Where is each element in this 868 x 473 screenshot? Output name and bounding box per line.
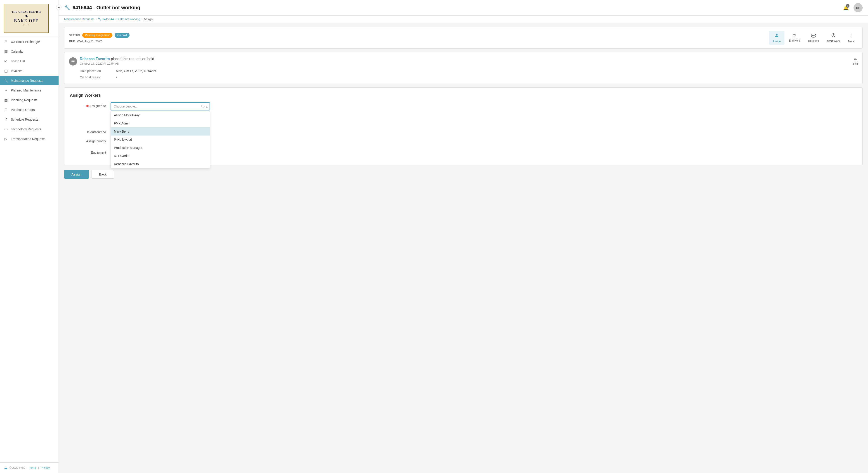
- copyright-text: © 2022 FMX: [9, 466, 25, 469]
- sidebar-item-label: Technology Requests: [11, 127, 41, 131]
- action-respond-label: Respond: [808, 39, 819, 42]
- calendar-icon: ▦: [4, 49, 8, 54]
- bottom-actions: Assign Back: [64, 169, 863, 182]
- user-avatar[interactable]: RF: [854, 3, 863, 12]
- sidebar-item-label: To-Do List: [11, 59, 25, 63]
- breadcrumb-item-2[interactable]: 🔧 6415944 - Outlet not working: [98, 18, 140, 21]
- info-icon: ⓘ: [201, 104, 205, 109]
- sidebar-item-purchase[interactable]: ⊡ Purchase Orders: [0, 105, 59, 114]
- terms-link[interactable]: Terms: [29, 466, 37, 469]
- dropdown-icons: ⓘ ▲: [201, 104, 208, 109]
- truck-icon: ▷: [4, 137, 8, 141]
- hold-user-name: Rebecca Favorito: [80, 57, 110, 61]
- end-hold-icon: ⏱: [792, 33, 796, 38]
- back-button[interactable]: Back: [92, 170, 114, 179]
- page-title: 6415944 - Outlet not working: [72, 5, 141, 11]
- more-icon: ⋮: [848, 33, 854, 39]
- action-start-work-button[interactable]: Start Work: [824, 31, 843, 44]
- sidebar-item-label: Calendar: [11, 50, 24, 53]
- people-dropdown-menu: Allison McGillivray FMX Admin Mary Berry…: [111, 111, 210, 168]
- action-start-work-label: Start Work: [827, 39, 840, 43]
- footer-sep: |: [27, 466, 27, 469]
- sidebar-item-maintenance[interactable]: 🔧 Maintenance Requests: [0, 76, 59, 86]
- dropdown-placeholder: Choose people...: [114, 105, 138, 108]
- sidebar-item-label: Planned Maintenance: [11, 89, 41, 92]
- hold-placed-label: Hold placed on: [80, 69, 116, 73]
- svg-point-0: [776, 34, 777, 35]
- action-respond-button[interactable]: 💬 Respond: [804, 32, 823, 44]
- action-buttons: Assign ⏱ End Hold 💬 Respond Star: [769, 31, 858, 45]
- laptop-icon: ▭: [4, 127, 8, 131]
- dropdown-item-fmx-admin[interactable]: FMX Admin: [111, 119, 210, 127]
- sidebar-item-ux-stack[interactable]: ⊞ UX Stack Exchange/: [0, 37, 59, 46]
- dropdown-item-mary-berry[interactable]: Mary Berry: [111, 127, 210, 136]
- status-left: STATUS Pending assignment On hold DUE We…: [69, 33, 129, 43]
- cloud-icon: ☁: [4, 465, 8, 470]
- action-end-hold-label: End Hold: [789, 39, 800, 42]
- logo-deco: ❧: [24, 13, 28, 19]
- assign-button[interactable]: Assign: [64, 170, 89, 179]
- due-date: Wed, Aug 31, 2022: [77, 39, 102, 43]
- hold-placed-value: Mon, Oct 17, 2022, 10:54am: [116, 69, 156, 73]
- badge-on-hold: On hold: [115, 33, 129, 38]
- action-more-button[interactable]: ⋮ More: [844, 31, 858, 45]
- hold-user: RF Rebecca Favorito placed this request …: [69, 57, 154, 66]
- required-star: ✱: [86, 104, 89, 108]
- star-icon: ✦: [4, 88, 8, 92]
- sidebar-item-invoices[interactable]: ◫ Invoices: [0, 66, 59, 76]
- sidebar-item-planned[interactable]: ✦ Planned Maintenance: [0, 86, 59, 95]
- dropdown-item-production-mgr[interactable]: Production Manager: [111, 144, 210, 152]
- header-right: 🔔 0 RF: [842, 3, 863, 12]
- sidebar-item-transportation[interactable]: ▷ Transportation Requests: [0, 134, 59, 144]
- status-row: STATUS Pending assignment On hold: [69, 33, 129, 38]
- page-title-area: 🔧 6415944 - Outlet not working: [64, 5, 141, 11]
- sidebar-item-technology[interactable]: ▭ Technology Requests: [0, 124, 59, 134]
- sidebar-item-todo[interactable]: ☑ To-Do List: [0, 56, 59, 66]
- action-assign-button[interactable]: Assign: [769, 31, 784, 45]
- people-dropdown: Choose people... ⓘ ▲ Allison McGillivray…: [111, 102, 210, 110]
- sidebar-item-label: Invoices: [11, 69, 22, 73]
- hold-title: Rebecca Favorito placed this request on …: [80, 57, 154, 61]
- sidebar: THE GREAT BRITISH ❧ BAKE OFF ❧ ✦ ❧ ⊞ UX …: [0, 0, 59, 473]
- sidebar-collapse-button[interactable]: ◀: [56, 4, 61, 10]
- title-wrench-icon: 🔧: [64, 5, 70, 11]
- hold-info-card: RF Rebecca Favorito placed this request …: [64, 52, 863, 84]
- planning-icon: ▤: [4, 98, 8, 102]
- sidebar-item-label: Purchase Orders: [11, 108, 35, 111]
- respond-icon: 💬: [811, 33, 816, 38]
- logo-extra: ❧ ✦ ❧: [22, 24, 30, 26]
- equipment-label: Equipment: [70, 149, 106, 154]
- edit-label: Edit: [853, 62, 858, 66]
- breadcrumb-current: Assign: [144, 18, 153, 21]
- breadcrumb-item-1[interactable]: Maintenance Requests: [64, 18, 94, 21]
- edit-button[interactable]: ✏ Edit: [853, 57, 858, 66]
- cart-icon: ⊡: [4, 107, 8, 112]
- breadcrumb-sep-2: ›: [142, 18, 143, 21]
- sidebar-item-calendar[interactable]: ▦ Calendar: [0, 46, 59, 56]
- dropdown-item-r-favorito[interactable]: R. Favorito: [111, 152, 210, 160]
- dropdown-item-p-hollywood[interactable]: P. Hollywood: [111, 136, 210, 144]
- sidebar-item-planning[interactable]: ▤ Planning Requests: [0, 95, 59, 105]
- people-dropdown-input[interactable]: Choose people... ⓘ ▲: [111, 102, 210, 110]
- due-label: DUE: [69, 39, 75, 43]
- grid-icon: ⊞: [4, 39, 8, 44]
- page-content: STATUS Pending assignment On hold DUE We…: [59, 23, 868, 473]
- schedule-icon: ↺: [4, 117, 8, 122]
- action-assign-label: Assign: [773, 40, 781, 43]
- hold-user-avatar: RF: [69, 57, 77, 66]
- hold-date: October 17, 2022 @ 10:54 AM: [80, 62, 154, 65]
- sidebar-item-label: Schedule Requests: [11, 118, 38, 121]
- sidebar-item-label: UX Stack Exchange/: [11, 40, 40, 43]
- footer-sep2: |: [38, 466, 39, 469]
- assign-workers-card: Assign Workers ✱ Assigned to Choose peop…: [64, 88, 863, 165]
- action-end-hold-button[interactable]: ⏱ End Hold: [785, 32, 804, 44]
- notification-button[interactable]: 🔔 0: [842, 4, 850, 12]
- logo-line2: BAKE OFF: [14, 19, 38, 23]
- start-work-icon: [831, 33, 836, 39]
- due-row: DUE Wed, Aug 31, 2022: [69, 39, 129, 43]
- dropdown-item-rebecca-favorito[interactable]: Rebecca Favorito: [111, 160, 210, 168]
- assigned-to-row: ✱ Assigned to Choose people... ⓘ ▲: [70, 102, 857, 110]
- privacy-link[interactable]: Privacy: [41, 466, 50, 469]
- dropdown-item-allison[interactable]: Allison McGillivray: [111, 111, 210, 119]
- sidebar-item-schedule[interactable]: ↺ Schedule Requests: [0, 114, 59, 124]
